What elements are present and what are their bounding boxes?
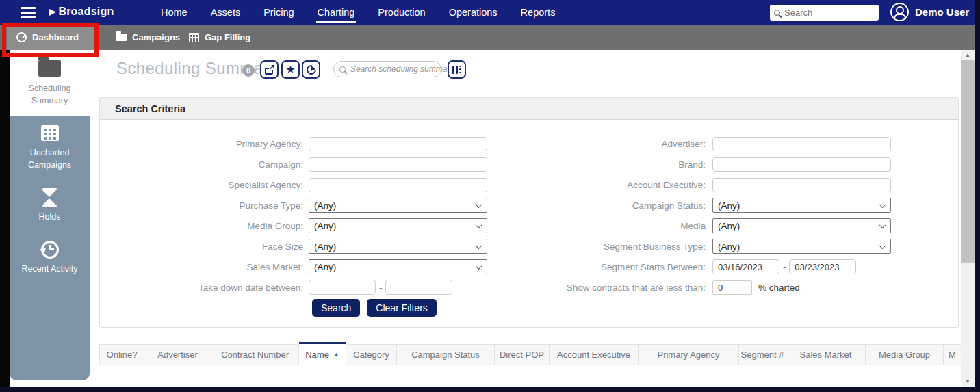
chevron-down-icon xyxy=(879,201,886,208)
column-header-direct-pop[interactable]: Direct POP xyxy=(495,344,550,365)
take-down-date-between-from-input[interactable] xyxy=(309,280,376,295)
sidebar-item-label: Recent Activity xyxy=(22,263,78,276)
user-avatar-icon[interactable] xyxy=(890,3,909,21)
date-range-separator: - xyxy=(379,283,382,293)
nav-item-charting[interactable]: Charting xyxy=(316,2,357,23)
export-icon xyxy=(265,68,273,75)
left-frame-strip xyxy=(0,25,10,387)
column-header-contract-number[interactable]: Contract Number xyxy=(211,344,299,365)
refresh-button[interactable] xyxy=(302,60,320,79)
columns-button[interactable] xyxy=(448,60,466,79)
tab-dashboard[interactable]: Dashboard xyxy=(7,25,96,50)
column-header-sales-market[interactable]: Sales Market xyxy=(786,344,866,365)
folder-icon xyxy=(38,60,61,77)
column-header-label: Segment # xyxy=(741,350,784,360)
sidebar-item-scheduling-summary[interactable]: Scheduling Summary xyxy=(10,50,90,116)
account-executive-input[interactable] xyxy=(712,178,891,192)
primary-agency-label: Primary Agency: xyxy=(100,133,309,154)
date-range-separator: - xyxy=(783,262,786,272)
summary-search xyxy=(333,61,441,77)
clear-filters-button[interactable]: Clear Filters xyxy=(367,299,436,317)
sales-market-select[interactable]: (Any) xyxy=(309,259,487,274)
column-header-name[interactable]: Name▲ xyxy=(299,342,346,365)
face-size-select[interactable]: (Any) xyxy=(309,239,487,254)
sidebar-item-recent-activity[interactable]: Recent Activity xyxy=(10,232,90,284)
sidebar-item-holds[interactable]: Holds xyxy=(10,179,90,232)
scrollbar-up-arrow-icon[interactable]: ▲ xyxy=(961,50,975,60)
campaign-status-select[interactable]: (Any) xyxy=(712,198,891,213)
media-select[interactable]: (Any) xyxy=(712,218,891,233)
column-header-label: Name xyxy=(305,350,329,360)
column-header-category[interactable]: Category xyxy=(346,344,397,365)
user-name[interactable]: Demo User xyxy=(915,6,969,18)
specialist-agency-label: Specialist Agency: xyxy=(100,174,309,195)
brand-name: Broadsign xyxy=(58,5,114,18)
sort-asc-icon: ▲ xyxy=(333,351,339,358)
show-contracts-that-are-less-than-input[interactable] xyxy=(712,280,752,295)
scrollbar-down-arrow-icon[interactable]: ▼ xyxy=(961,376,975,387)
module-tabbar: DashboardCampaignsGap Filling xyxy=(0,25,980,50)
take-down-date-between-to-input[interactable] xyxy=(385,280,452,295)
column-header-online[interactable]: Online? xyxy=(99,344,144,365)
media-label: Media xyxy=(563,215,711,236)
media-group-select[interactable]: (Any) xyxy=(309,218,487,233)
navbar-search-input[interactable] xyxy=(784,8,866,18)
export-button[interactable] xyxy=(260,60,279,79)
select-value: (Any) xyxy=(314,221,336,231)
column-header-label: Online? xyxy=(107,350,138,360)
refresh-icon xyxy=(305,63,318,77)
column-header-label: Category xyxy=(353,350,389,360)
segment-starts-between-to-input[interactable] xyxy=(789,259,856,274)
segment-starts-between-from-input[interactable] xyxy=(712,259,779,274)
column-header-label: Campaign Status xyxy=(411,350,480,360)
column-header-label: Contract Number xyxy=(221,350,289,360)
star-icon: ★ xyxy=(285,64,295,75)
select-value: (Any) xyxy=(314,262,336,272)
specialist-agency-input[interactable] xyxy=(309,178,487,192)
column-header-advertiser[interactable]: Advertiser xyxy=(144,344,211,365)
column-header-account-executive[interactable]: Account Executive xyxy=(550,344,639,365)
nav-item-operations[interactable]: Operations xyxy=(448,2,499,23)
sidebar-item-label: Uncharted Campaigns xyxy=(12,147,87,171)
favorite-button[interactable]: ★ xyxy=(281,60,300,79)
segment-business-type-select[interactable]: (Any) xyxy=(712,239,891,254)
select-value: (Any) xyxy=(314,200,336,211)
campaign-status-label: Campaign Status: xyxy=(563,195,711,215)
search-icon xyxy=(339,66,346,73)
select-value: (Any) xyxy=(314,241,336,252)
scrollbar-thumb[interactable] xyxy=(961,60,975,263)
primary-agency-input[interactable] xyxy=(309,137,487,151)
brand-logo[interactable]: ▶ Broadsign xyxy=(49,5,114,18)
column-header-segment[interactable]: Segment # xyxy=(739,344,786,365)
hourglass-icon xyxy=(42,188,57,207)
hamburger-menu-icon[interactable] xyxy=(21,7,36,21)
nav-item-pricing[interactable]: Pricing xyxy=(262,2,295,23)
brand-input[interactable] xyxy=(712,157,891,172)
column-header-label: Primary Agency xyxy=(657,350,719,360)
nav-item-production[interactable]: Production xyxy=(376,2,426,23)
tab-gap-filling[interactable]: Gap Filling xyxy=(179,25,260,50)
tab-campaigns[interactable]: Campaigns xyxy=(106,25,190,50)
column-header-m[interactable]: M xyxy=(944,344,961,365)
column-header-label: Sales Market xyxy=(800,350,852,360)
summary-search-input[interactable] xyxy=(350,64,458,74)
advertiser-input[interactable] xyxy=(712,137,891,151)
select-value: (Any) xyxy=(718,241,740,252)
sidebar-item-uncharted-campaigns[interactable]: Uncharted Campaigns xyxy=(10,116,90,179)
sidebar-item-label: Scheduling Summary xyxy=(12,83,87,107)
nav-item-assets[interactable]: Assets xyxy=(209,2,242,23)
column-header-media-group[interactable]: Media Group xyxy=(866,344,944,365)
sidebar-item-label: Holds xyxy=(39,211,61,224)
column-header-campaign-status[interactable]: Campaign Status xyxy=(397,344,495,365)
sidebar: Scheduling SummaryUncharted CampaignsHol… xyxy=(10,50,90,380)
search-button[interactable]: Search xyxy=(312,299,360,317)
column-header-primary-agency[interactable]: Primary Agency xyxy=(639,344,739,365)
show-contracts-that-are-less-than-label: Show contracts that are less than: xyxy=(563,277,711,298)
campaign-input[interactable] xyxy=(309,157,487,172)
search-criteria-header: Search Criteria xyxy=(100,98,958,120)
nav-item-home[interactable]: Home xyxy=(159,2,189,23)
chevron-down-icon xyxy=(476,263,482,270)
segment-business-type-label: Segment Business Type: xyxy=(563,236,711,257)
nav-item-reports[interactable]: Reports xyxy=(519,2,557,23)
purchase-type-select[interactable]: (Any) xyxy=(309,198,487,213)
